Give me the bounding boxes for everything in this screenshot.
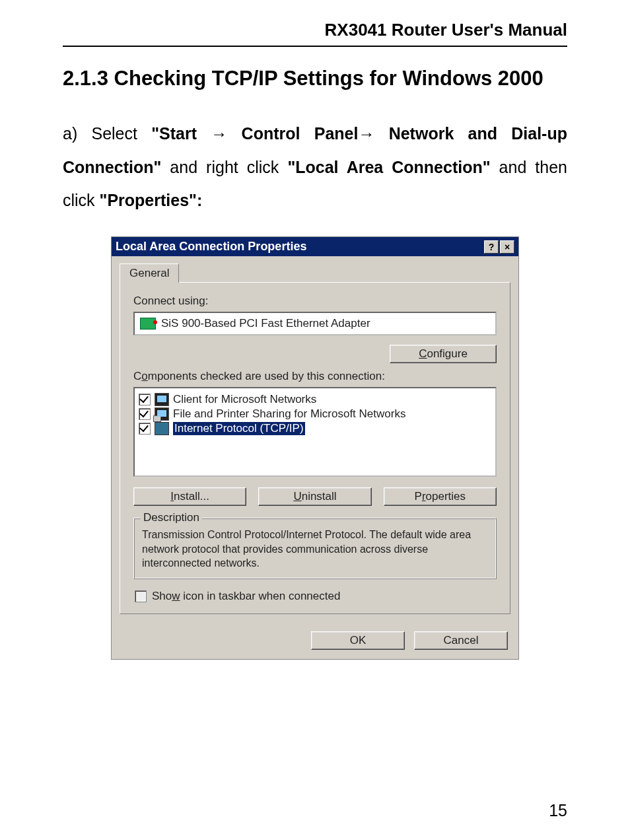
connect-using-label: Connect using:: [133, 295, 497, 308]
components-listbox[interactable]: Client for Microsoft Networks File and P…: [133, 387, 497, 477]
show-icon-row[interactable]: Show icon in taskbar when connected: [133, 590, 497, 603]
bold-local-area: "Local Area Connection": [287, 158, 490, 176]
description-text: Transmission Control Protocol/Internet P…: [142, 528, 488, 571]
checkbox-icon[interactable]: [139, 394, 151, 405]
cancel-button[interactable]: Cancel: [414, 631, 508, 650]
component-label: File and Printer Sharing for Microsoft N…: [173, 407, 405, 421]
list-item-selected[interactable]: Internet Protocol (TCP/IP): [139, 421, 491, 436]
ok-button[interactable]: OK: [311, 631, 405, 650]
bold-control-panel: Control Panel: [227, 124, 358, 143]
tab-panel-general: Connect using: SiS 900-Based PCI Fast Et…: [120, 282, 510, 614]
adapter-field: SiS 900-Based PCI Fast Ethernet Adapter: [133, 312, 497, 335]
show-icon-label: Show icon in taskbar when connected: [152, 590, 340, 603]
properties-dialog: Local Area Connection Properties ? × Gen…: [111, 236, 519, 660]
page-header: RX3041 Router User's Manual: [63, 20, 567, 47]
close-button[interactable]: ×: [500, 240, 514, 254]
adapter-name: SiS 900-Based PCI Fast Ethernet Adapter: [161, 317, 370, 330]
list-item[interactable]: Client for Microsoft Networks: [139, 392, 491, 407]
install-button[interactable]: Install...: [133, 487, 246, 506]
bold-properties: "Properties":: [100, 191, 203, 209]
arrow-icon: →: [358, 125, 374, 143]
configure-label-rest: onfigure: [427, 347, 467, 360]
dialog-titlebar: Local Area Connection Properties ? ×: [112, 237, 518, 256]
show-icon-checkbox[interactable]: [135, 590, 147, 602]
dialog-title: Local Area Connection Properties: [116, 240, 483, 254]
para-mid1: and right click: [161, 158, 287, 176]
file-share-icon: [155, 407, 169, 421]
list-item[interactable]: File and Printer Sharing for Microsoft N…: [139, 407, 491, 421]
protocol-icon: [155, 422, 169, 435]
arrow-icon: →: [211, 125, 227, 143]
page-number: 15: [549, 801, 567, 820]
component-label: Internet Protocol (TCP/IP): [173, 422, 305, 435]
configure-button[interactable]: Configure: [390, 345, 497, 363]
checkbox-icon[interactable]: [139, 423, 151, 435]
nic-icon: [140, 318, 156, 330]
uninstall-button[interactable]: Uninstall: [258, 487, 371, 506]
section-heading: 2.1.3 Checking TCP/IP Settings for Windo…: [63, 67, 567, 90]
bold-start: "Start: [151, 124, 211, 143]
description-legend: Description: [141, 511, 202, 524]
instruction-paragraph: a) Select "Start → Control Panel→ Networ…: [63, 117, 567, 217]
help-button[interactable]: ?: [484, 240, 499, 254]
components-label: Components checked are used by this conn…: [133, 370, 497, 383]
client-icon: [155, 393, 169, 406]
description-group: Description Transmission Control Protoco…: [133, 518, 497, 579]
component-label: Client for Microsoft Networks: [173, 393, 316, 406]
checkbox-icon[interactable]: [139, 408, 151, 420]
tab-general[interactable]: General: [120, 263, 179, 283]
para-prefix: a) Select: [63, 124, 151, 143]
properties-button[interactable]: Properties: [384, 487, 497, 506]
